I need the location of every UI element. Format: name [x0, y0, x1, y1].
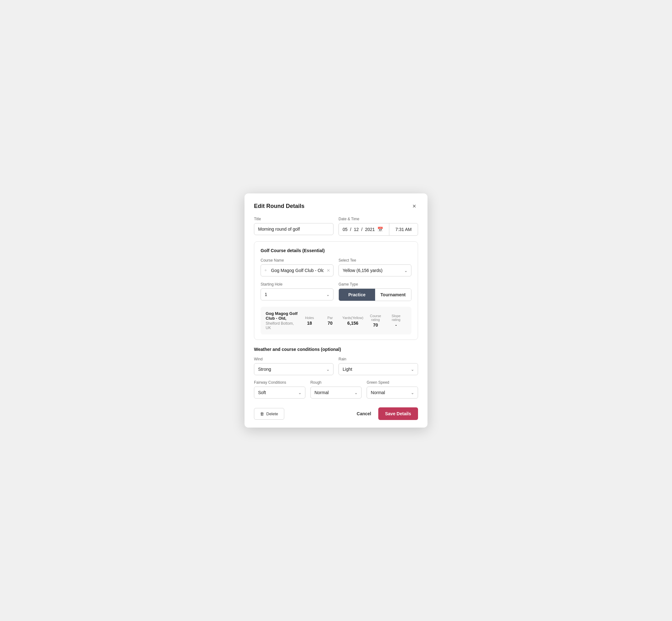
course-rating-value: 70	[367, 323, 384, 328]
course-name-label: Course Name	[261, 258, 333, 262]
golf-section-title: Golf Course details (Essential)	[261, 248, 411, 253]
slope-rating-value: -	[388, 323, 405, 328]
course-info-location: Shelford Bottom, UK	[266, 321, 299, 330]
date-sep2: /	[361, 227, 363, 232]
weather-title: Weather and course conditions (optional)	[254, 347, 418, 352]
yards-value: 6,156	[342, 321, 364, 326]
wind-wrapper: Calm Light Moderate Strong Very Strong ⌄	[254, 363, 333, 375]
footer-row: 🗑 Delete Cancel Save Details	[254, 404, 418, 420]
starting-hole-label: Starting Hole	[261, 282, 333, 287]
tournament-button[interactable]: Tournament	[375, 289, 411, 301]
rain-col: Rain None Light Moderate Heavy ⌄	[339, 357, 418, 375]
green-speed-label: Green Speed	[367, 380, 418, 385]
fairway-col: Fairway Conditions Soft Normal Hard ⌄	[254, 380, 305, 399]
date-month: 05	[343, 227, 348, 232]
course-info-box: Gog Magog Golf Club - Old, Shelford Bott…	[261, 307, 411, 334]
search-icon: ⚬	[264, 268, 267, 273]
green-speed-dropdown[interactable]: Slow Normal Fast Very Fast	[367, 386, 418, 399]
cancel-button[interactable]: Cancel	[354, 408, 374, 419]
footer-right: Cancel Save Details	[354, 407, 418, 420]
title-date-row: Title Date & Time 05 / 12 / 2021 📅 7:31 …	[254, 217, 418, 236]
hole-gametype-row: Starting Hole 1 ⌄ Game Type Practice Tou…	[261, 282, 411, 301]
edit-round-modal: Edit Round Details × Title Date & Time 0…	[245, 194, 427, 427]
rain-dropdown[interactable]: None Light Moderate Heavy	[339, 363, 418, 375]
fairway-dropdown[interactable]: Soft Normal Hard	[254, 386, 305, 399]
wind-col: Wind Calm Light Moderate Strong Very Str…	[254, 357, 333, 375]
title-field-col: Title	[254, 217, 333, 236]
rough-dropdown[interactable]: Short Normal Long	[310, 386, 362, 399]
select-tee-wrapper: Yellow (6,156 yards) ⌄	[339, 264, 411, 277]
course-info-name: Gog Magog Golf Club - Old,	[266, 311, 299, 321]
close-button[interactable]: ×	[411, 202, 418, 210]
modal-header: Edit Round Details ×	[254, 202, 418, 210]
weather-section: Weather and course conditions (optional)…	[254, 347, 418, 399]
holes-label: Holes	[301, 316, 318, 320]
wind-label: Wind	[254, 357, 333, 361]
calendar-icon[interactable]: 📅	[377, 226, 383, 232]
save-button[interactable]: Save Details	[378, 407, 418, 420]
fairway-wrapper: Soft Normal Hard ⌄	[254, 386, 305, 399]
starting-hole-col: Starting Hole 1 ⌄	[261, 282, 333, 301]
practice-button[interactable]: Practice	[339, 289, 375, 301]
clear-icon[interactable]: ✕	[327, 268, 330, 273]
course-name-col: Course Name ⚬ ✕	[261, 258, 333, 277]
course-tee-row: Course Name ⚬ ✕ Select Tee Yellow (6,156…	[261, 258, 411, 277]
slope-rating-label: Slope rating	[388, 314, 405, 322]
course-name-input[interactable]	[261, 264, 333, 277]
select-tee-dropdown[interactable]: Yellow (6,156 yards)	[339, 264, 411, 277]
green-speed-wrapper: Slow Normal Fast Very Fast ⌄	[367, 386, 418, 399]
game-type-toggle: Practice Tournament	[339, 288, 411, 301]
rain-wrapper: None Light Moderate Heavy ⌄	[339, 363, 418, 375]
date-part[interactable]: 05 / 12 / 2021 📅	[339, 223, 389, 236]
rough-label: Rough	[310, 380, 362, 385]
par-stat: Par 70	[320, 316, 340, 326]
date-time-group: 05 / 12 / 2021 📅 7:31 AM	[339, 223, 418, 236]
time-value: 7:31 AM	[395, 227, 411, 232]
time-part[interactable]: 7:31 AM	[389, 223, 418, 236]
game-type-label: Game Type	[339, 282, 411, 287]
wind-dropdown[interactable]: Calm Light Moderate Strong Very Strong	[254, 363, 333, 375]
fairway-rough-green-row: Fairway Conditions Soft Normal Hard ⌄ Ro…	[254, 380, 418, 399]
modal-title: Edit Round Details	[254, 203, 304, 210]
date-sep1: /	[350, 227, 351, 232]
par-value: 70	[322, 321, 339, 326]
holes-value: 18	[301, 321, 318, 326]
course-name-wrapper: ⚬ ✕	[261, 264, 333, 277]
wind-rain-row: Wind Calm Light Moderate Strong Very Str…	[254, 357, 418, 375]
delete-button[interactable]: 🗑 Delete	[254, 408, 284, 420]
delete-label: Delete	[266, 411, 278, 416]
slope-rating-stat: Slope rating -	[386, 314, 406, 328]
rough-col: Rough Short Normal Long ⌄	[310, 380, 362, 399]
game-type-col: Game Type Practice Tournament	[339, 282, 411, 301]
date-year: 2021	[365, 227, 375, 232]
par-label: Par	[322, 316, 339, 320]
starting-hole-dropdown[interactable]: 1	[261, 288, 333, 300]
course-rating-stat: Course rating 70	[365, 314, 386, 328]
select-tee-label: Select Tee	[339, 258, 411, 262]
rain-label: Rain	[339, 357, 418, 361]
title-input[interactable]	[254, 223, 333, 235]
fairway-label: Fairway Conditions	[254, 380, 305, 385]
rough-wrapper: Short Normal Long ⌄	[310, 386, 362, 399]
green-speed-col: Green Speed Slow Normal Fast Very Fast ⌄	[367, 380, 418, 399]
starting-hole-wrapper: 1 ⌄	[261, 288, 333, 300]
date-time-label: Date & Time	[339, 217, 418, 221]
course-info-name-col: Gog Magog Golf Club - Old, Shelford Bott…	[266, 311, 299, 330]
yards-label: Yards(Yellow)	[342, 316, 364, 320]
holes-stat: Holes 18	[299, 316, 320, 326]
date-time-col: Date & Time 05 / 12 / 2021 📅 7:31 AM	[339, 217, 418, 236]
golf-course-section: Golf Course details (Essential) Course N…	[254, 241, 418, 340]
title-label: Title	[254, 217, 333, 221]
yards-stat: Yards(Yellow) 6,156	[340, 316, 365, 326]
course-rating-label: Course rating	[367, 314, 384, 322]
trash-icon: 🗑	[260, 411, 264, 416]
select-tee-col: Select Tee Yellow (6,156 yards) ⌄	[339, 258, 411, 277]
date-day: 12	[354, 227, 359, 232]
